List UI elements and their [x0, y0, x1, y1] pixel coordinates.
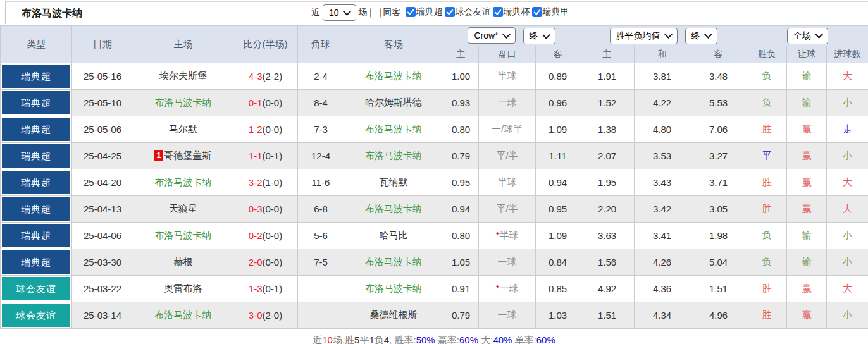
- filter-controls: 近 10 场 同客 瑞典超球会友谊瑞典杯瑞典甲: [309, 4, 569, 21]
- summary-part: 10: [322, 335, 333, 344]
- result-cell: 胜: [747, 276, 787, 302]
- col-header-home: 主场: [133, 26, 233, 63]
- home-team-cell: 布洛马波卡纳: [133, 90, 233, 116]
- league-label: 球会友谊: [456, 6, 491, 18]
- score-cell: 3-2(1-0): [233, 169, 298, 196]
- league-checkbox[interactable]: [493, 7, 503, 17]
- league-checkbox[interactable]: [406, 7, 416, 17]
- league-type-cell: 瑞典超: [1, 223, 72, 249]
- away-team-cell: 布洛马波卡纳: [344, 63, 443, 90]
- league-badge: 瑞典超: [2, 171, 70, 194]
- home-team: 天狼星: [169, 203, 197, 214]
- same-away-label: 同客: [383, 7, 401, 18]
- home-team-cell: 布洛马波卡纳: [133, 169, 233, 196]
- league-type-cell: 瑞典超: [1, 63, 72, 90]
- half-time-score: (0-1): [263, 283, 283, 294]
- away-handicap-odds: 1.11: [536, 143, 580, 169]
- sub-header-avg-away: 客: [690, 46, 747, 63]
- away-team-cell: 布洛马波卡纳: [344, 249, 443, 276]
- goals-result-cell: 小: [827, 143, 868, 169]
- avg-away-odds: 3.05: [690, 196, 747, 223]
- recent-count-select[interactable]: 10: [323, 4, 356, 21]
- handicap-result-cell: 赢: [787, 276, 827, 302]
- avg-away-odds: 5.04: [690, 249, 747, 276]
- league-type-cell: 瑞典超: [1, 116, 72, 143]
- sub-header-handicap: 盘口: [479, 46, 536, 63]
- same-away-checkbox[interactable]: [370, 8, 381, 18]
- odds-company-select[interactable]: Crow*: [468, 27, 515, 44]
- home-team: 赫根: [174, 256, 193, 267]
- summary-part: 场,胜: [333, 335, 354, 344]
- half-time-score: (0-0): [263, 230, 283, 241]
- away-team: 布洛马波卡纳: [365, 123, 422, 134]
- chevron-down-icon: [704, 30, 712, 39]
- goals-result-cell: 小: [827, 223, 868, 249]
- home-team-cell: 1哥德堡盖斯: [133, 143, 233, 169]
- league-badge: 瑞典超: [2, 144, 70, 168]
- league-filter-item: 瑞典杯: [493, 6, 530, 18]
- handicap-line: 一球: [479, 302, 536, 329]
- home-team: 埃尔夫斯堡: [159, 70, 207, 81]
- handicap-line: 平/半: [479, 196, 536, 223]
- away-team-cell: 布洛马波卡纳: [344, 143, 443, 169]
- recent-count-value: 10: [329, 8, 339, 18]
- chevron-down-icon: [502, 30, 511, 39]
- odds-company-value: Crow*: [474, 30, 498, 40]
- col-header-corner: 角球: [298, 26, 344, 63]
- away-team-cell: 布洛马波卡纳: [344, 276, 443, 302]
- half-time-score: (0-0): [263, 124, 283, 135]
- avg-type-select[interactable]: 胜平负均值: [610, 28, 678, 44]
- away-team-cell: 瓦纳默: [344, 169, 443, 196]
- league-label: 瑞典超: [416, 6, 443, 18]
- league-filters: 瑞典超球会友谊瑞典杯瑞典甲: [404, 6, 569, 19]
- handicap-result-cell: 赢: [787, 116, 827, 143]
- avg-home-odds: 3.63: [580, 223, 635, 249]
- match-row: 瑞典超 25-03-30 赫根 2-0(0-0) 7-5 布洛马波卡纳 1.05…: [1, 249, 868, 276]
- away-team: 桑德维根斯: [370, 309, 418, 320]
- home-team-cell: 布洛马波卡纳: [133, 302, 233, 329]
- match-date: 25-04-13: [72, 196, 133, 223]
- league-type-cell: 球会友谊: [1, 302, 72, 329]
- away-team: 哈马比: [380, 230, 408, 240]
- handicap-line: 半球: [479, 169, 536, 196]
- result-cell: 负: [747, 249, 787, 276]
- result-cell: 胜: [747, 196, 787, 223]
- summary-part: 近: [313, 335, 322, 344]
- score-cell: 0-3(0-0): [233, 196, 298, 223]
- match-row: 瑞典超 25-05-06 马尔默 1-2(0-0) 7-3 布洛马波卡纳 0.8…: [1, 116, 868, 143]
- scope-select[interactable]: 全场: [787, 28, 828, 44]
- home-handicap-odds: 0.79: [443, 143, 479, 169]
- result-cell: 负: [747, 63, 787, 90]
- odds-time-select[interactable]: 终: [523, 28, 555, 44]
- match-row: 瑞典超 25-04-06 布洛马波卡纳 0-2(0-0) 5-6 哈马比 0.8…: [1, 223, 868, 249]
- away-team-cell: 布洛马波卡纳: [344, 116, 443, 143]
- home-handicap-odds: 0.95: [443, 169, 479, 196]
- home-team-cell: 埃尔夫斯堡: [133, 63, 233, 90]
- match-date: 25-03-22: [72, 276, 133, 302]
- away-team: 布洛马波卡纳: [365, 70, 422, 81]
- avg-home-odds: 4.92: [580, 276, 635, 302]
- scope-value: 全场: [793, 30, 811, 42]
- handicap-text: 一球: [498, 97, 517, 108]
- league-checkbox[interactable]: [532, 7, 542, 17]
- avg-home-odds: 1.38: [580, 116, 635, 143]
- league-badge: 瑞典超: [2, 224, 70, 247]
- match-row: 瑞典超 25-04-25 1哥德堡盖斯 1-1(0-1) 12-4 布洛马波卡纳…: [1, 143, 868, 169]
- league-type-cell: 瑞典超: [1, 90, 72, 116]
- avg-time-select[interactable]: 终: [685, 28, 717, 44]
- league-checkbox[interactable]: [445, 7, 455, 17]
- handicap-text: 一球: [498, 256, 517, 267]
- match-date: 25-04-25: [72, 143, 133, 169]
- full-time-score: 0-3: [249, 204, 263, 214]
- full-time-score: 4-3: [249, 71, 263, 82]
- handicap-text: 一球: [498, 309, 517, 320]
- match-date: 25-04-20: [72, 169, 133, 196]
- avg-type-value: 胜平负均值: [616, 30, 660, 42]
- half-time-score: (2-0): [263, 310, 283, 321]
- avg-time-value: 终: [691, 30, 700, 42]
- handicap-result-cell: 赢: [787, 143, 827, 169]
- avg-away-odds: 3.27: [690, 143, 747, 169]
- handicap-text: 一/球半: [492, 123, 523, 134]
- sub-header-handicap-result: 让球: [787, 46, 827, 63]
- match-row: 瑞典超 25-04-20 布洛马波卡纳 3-2(1-0) 11-6 瓦纳默 0.…: [1, 169, 868, 196]
